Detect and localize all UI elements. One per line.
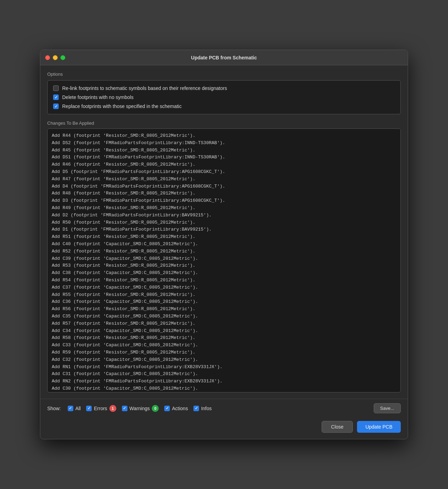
minimize-traffic-light[interactable]: − <box>53 55 58 60</box>
filter-warnings: Warnings 0 <box>122 405 159 412</box>
title-bar: × − + Update PCB from Schematic <box>40 50 408 65</box>
options-box: Re-link footprints to schematic symbols … <box>47 80 401 114</box>
filter-errors-label: Errors <box>94 406 107 411</box>
filter-infos-checkbox[interactable] <box>193 406 199 411</box>
change-line: Add C30 (footprint 'Capacitor_SMD:C_0805… <box>52 385 396 392</box>
save-button[interactable]: Save... <box>374 403 401 413</box>
option-relink-checkbox[interactable] <box>53 85 59 91</box>
content-area: Options Re-link footprints to schematic … <box>40 65 408 399</box>
filter-all-label: All <box>75 406 81 411</box>
change-line: Add C34 (footprint 'Capacitor_SMD:C_0805… <box>52 328 396 335</box>
change-line: Add C37 (footprint 'Capacitor_SMD:C_0805… <box>52 284 396 291</box>
change-line: Add R58 (footprint 'Resistor_SMD:R_0805_… <box>52 334 396 342</box>
change-line: Add R52 (footprint 'Resistor_SMD:R_0805_… <box>52 248 396 255</box>
change-line: Add D4 (footprint 'FMRadioPartsFootprint… <box>52 183 396 190</box>
show-label: Show: <box>47 406 61 411</box>
option-relink-label: Re-link footprints to schematic symbols … <box>62 85 227 91</box>
change-line: Add D2 (footprint 'FMRadioPartsFootprint… <box>52 212 396 219</box>
window-title: Update PCB from Schematic <box>191 55 257 60</box>
change-line: Add C36 (footprint 'Capacitor_SMD:C_0805… <box>52 298 396 306</box>
change-line: Add C39 (footprint 'Capacitor_SMD:C_0805… <box>52 255 396 263</box>
filter-actions-label: Actions <box>172 406 188 411</box>
traffic-lights: × − + <box>45 55 65 60</box>
change-line: Add C38 (footprint 'Capacitor_SMD:C_0805… <box>52 270 396 277</box>
change-line: Add R55 (footprint 'Resistor_SMD:R_0805_… <box>52 291 396 299</box>
option-replace-label: Replace footprints with those specified … <box>62 103 182 109</box>
change-line: Add R57 (footprint 'Resistor_SMD:R_0805_… <box>52 320 396 328</box>
close-button[interactable]: Close <box>322 421 353 433</box>
change-line: Add D5 (footprint 'FMRadioPartsFootprint… <box>52 168 396 176</box>
change-line: Add R50 (footprint 'Resistor_SMD:R_0805_… <box>52 219 396 226</box>
option-delete-row: Delete footprints with no symbols <box>53 94 395 100</box>
change-line: Add C31 (footprint 'Capacitor_SMD:C_0805… <box>52 371 396 378</box>
change-line: Add R47 (footprint 'Resistor_SMD:R_0805_… <box>52 176 396 183</box>
change-line: Add R46 (footprint 'Resistor_SMD:R_0805_… <box>52 161 396 168</box>
change-line: Add RN1 (footprint 'FMRadioPartsFootprin… <box>52 364 396 371</box>
change-line: Add C32 (footprint 'Capacitor_SMD:C_0805… <box>52 356 396 364</box>
close-traffic-light[interactable]: × <box>45 55 50 60</box>
filter-infos-label: Infos <box>201 406 211 411</box>
filter-all-checkbox[interactable] <box>68 406 73 411</box>
changes-box[interactable]: Add R44 (footprint 'Resistor_SMD:R_0805_… <box>47 129 401 392</box>
option-replace-row: Replace footprints with those specified … <box>53 103 395 109</box>
change-line: Add R53 (footprint 'Resistor_SMD:R_0805_… <box>52 262 396 270</box>
filter-warnings-checkbox[interactable] <box>122 406 127 411</box>
changes-label: Changes To Be Applied <box>47 121 401 126</box>
change-line: Add C33 (footprint 'Capacitor_SMD:C_0805… <box>52 342 396 349</box>
change-line: Add R48 (footprint 'Resistor_SMD:R_0805_… <box>52 190 396 197</box>
change-line: Add R49 (footprint 'Resistor_SMD:R_0805_… <box>52 205 396 212</box>
change-line: Add RN2 (footprint 'FMRadioPartsFootprin… <box>52 378 396 385</box>
option-delete-label: Delete footprints with no symbols <box>62 94 133 100</box>
change-line: Add R59 (footprint 'Resistor_SMD:R_0805_… <box>52 349 396 356</box>
change-line: Add C40 (footprint 'Capacitor_SMD:C_0805… <box>52 241 396 248</box>
warnings-badge: 0 <box>152 405 159 412</box>
change-line: Add DS1 (footprint 'FMRadioPartsFootprin… <box>52 154 396 161</box>
options-label: Options <box>47 72 401 77</box>
option-replace-checkbox[interactable] <box>53 103 59 109</box>
option-delete-checkbox[interactable] <box>53 94 59 100</box>
maximize-traffic-light[interactable]: + <box>60 55 65 60</box>
change-line: Add R54 (footprint 'Resistor_SMD:R_0805_… <box>52 277 396 284</box>
change-line: Add DS2 (footprint 'FMRadioPartsFootprin… <box>52 140 396 147</box>
option-relink-row: Re-link footprints to schematic symbols … <box>53 85 395 91</box>
filter-actions: Actions <box>164 406 188 411</box>
filter-all: All <box>68 406 81 411</box>
change-line: Add R45 (footprint 'Resistor_SMD:R_0805_… <box>52 147 396 154</box>
filter-warnings-label: Warnings <box>130 406 150 411</box>
filter-actions-checkbox[interactable] <box>164 406 170 411</box>
bottom-filter-bar: Show: All Errors 1 Warnings 0 Actions In… <box>40 399 408 417</box>
filter-errors-checkbox[interactable] <box>86 406 92 411</box>
filter-infos: Infos <box>193 406 211 411</box>
change-line: Add C35 (footprint 'Capacitor_SMD:C_0805… <box>52 313 396 320</box>
filter-errors: Errors 1 <box>86 405 116 412</box>
change-line: Add R44 (footprint 'Resistor_SMD:R_0805_… <box>52 132 396 140</box>
change-line: Add R51 (footprint 'Resistor_SMD:R_0805_… <box>52 233 396 241</box>
errors-badge: 1 <box>109 405 116 412</box>
change-line: Add R56 (footprint 'Resistor_SMD:R_0805_… <box>52 306 396 313</box>
main-window: × − + Update PCB from Schematic Options … <box>40 50 408 439</box>
action-row: Close Update PCB <box>40 417 408 439</box>
change-line: Add D3 (footprint 'FMRadioPartsFootprint… <box>52 197 396 205</box>
change-line: Add D1 (footprint 'FMRadioPartsFootprint… <box>52 226 396 233</box>
update-pcb-button[interactable]: Update PCB <box>357 421 401 433</box>
